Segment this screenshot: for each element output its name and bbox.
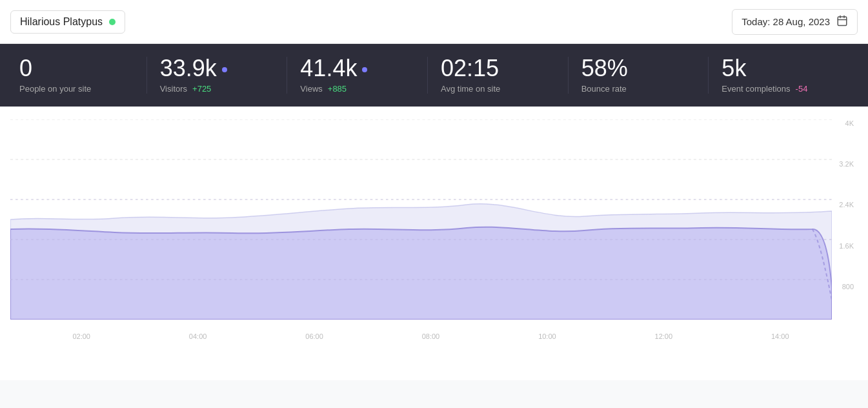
chart-container: 4K 3.2K 2.4K 1.6K 800 (10, 119, 858, 352)
stat-label-bounce: Bounce rate (581, 84, 627, 94)
y-label-800: 800 (839, 283, 854, 291)
stat-views: 41.4k Views +885 (287, 57, 428, 94)
visitors-dot (222, 67, 227, 72)
x-label-08: 08:00 (422, 332, 440, 340)
y-label-16k: 1.6K (839, 242, 854, 250)
stat-visitors: 33.9k Visitors +725 (147, 57, 288, 94)
stat-value-events: 5k (722, 57, 746, 80)
site-status-dot (109, 19, 116, 25)
stat-label-avg-time: Avg time on site (441, 84, 500, 94)
stat-change-events: -54 (796, 84, 808, 94)
y-label-24k: 2.4K (839, 201, 854, 209)
site-name: Hilarious Platypus (20, 16, 103, 28)
x-axis: 02:00 04:00 06:00 08:00 10:00 12:00 14:0… (10, 329, 858, 340)
stat-label-events: Event completions (722, 84, 790, 94)
stat-events: 5k Event completions -54 (709, 57, 849, 94)
y-label-4k: 4K (839, 119, 854, 127)
stat-label-people: People on your site (19, 84, 91, 94)
stat-change-visitors: +725 (192, 84, 211, 94)
stat-value-visitors: 33.9k (160, 57, 217, 80)
x-label-02: 02:00 (72, 332, 90, 340)
chart-area: 4K 3.2K 2.4K 1.6K 800 (0, 107, 868, 380)
calendar-icon (836, 15, 848, 29)
stat-value-bounce: 58% (581, 57, 628, 80)
x-label-12: 12:00 (655, 332, 673, 340)
x-label-06: 06:00 (305, 332, 323, 340)
x-label-14: 14:00 (771, 332, 789, 340)
x-label-04: 04:00 (189, 332, 207, 340)
stat-label-views: Views (300, 84, 322, 94)
stat-people: 0 People on your site (19, 57, 147, 94)
views-dot (362, 67, 367, 72)
header: Hilarious Platypus Today: 28 Aug, 2023 (0, 0, 868, 44)
y-label-32k: 3.2K (839, 160, 854, 168)
stats-bar: 0 People on your site 33.9k Visitors +72… (0, 44, 868, 107)
stat-value-views: 41.4k (300, 57, 357, 80)
date-selector[interactable]: Today: 28 Aug, 2023 (732, 9, 858, 35)
stat-label-visitors: Visitors (160, 84, 187, 94)
site-selector[interactable]: Hilarious Platypus (10, 10, 125, 34)
x-label-10: 10:00 (538, 332, 556, 340)
chart-svg (10, 119, 832, 320)
svg-rect-0 (838, 17, 847, 26)
stat-change-views: +885 (328, 84, 347, 94)
stat-value-avg-time: 02:15 (441, 57, 499, 80)
stat-avg-time: 02:15 Avg time on site (428, 57, 569, 94)
date-label: Today: 28 Aug, 2023 (742, 16, 830, 27)
stat-value-people: 0 (19, 57, 32, 80)
stat-bounce: 58% Bounce rate (569, 57, 709, 94)
